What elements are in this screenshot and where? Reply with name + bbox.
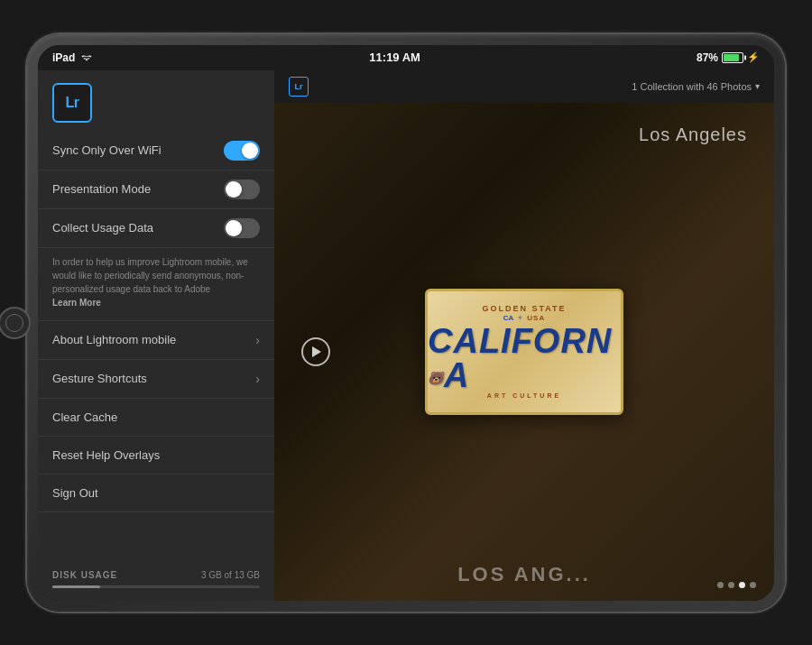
lr-small-badge: Lr <box>289 77 309 97</box>
play-icon <box>312 346 321 357</box>
license-plate: GOLDEN STATE CA ✦ USA CALIFORN🐻A ART CUL… <box>425 289 623 415</box>
menu-item-sign-out[interactable]: Sign Out <box>38 475 274 512</box>
presentation-mode-label: Presentation Mode <box>52 182 151 196</box>
photo-background: Los Angeles GOLDEN STATE CA ✦ USA CALI <box>274 103 774 601</box>
menu-item-reset-overlays[interactable]: Reset Help Overlays <box>38 437 274 475</box>
status-right: 87% ⚡ <box>697 51 760 64</box>
city-label: Los Angeles <box>639 124 747 145</box>
content-area: Lr 1 Collection with 46 Photos ▾ Los Ang… <box>274 70 774 601</box>
learn-more-link[interactable]: Learn More <box>52 298 101 308</box>
plate-golden-state: USA <box>527 314 545 322</box>
dot-3-active <box>739 582 745 588</box>
presentation-mode-toggle[interactable] <box>224 180 260 199</box>
charging-icon: ⚡ <box>747 51 760 63</box>
collection-arrow-icon: ▾ <box>755 81 760 91</box>
lr-logo: Lr <box>52 83 92 123</box>
plate-main-text: CALIFORN🐻A <box>428 324 621 392</box>
usage-note: In order to help us improve Lightroom mo… <box>38 248 274 321</box>
menu-item-about[interactable]: About Lightroom mobile › <box>38 321 274 360</box>
sync-wifi-toggle[interactable] <box>224 141 260 161</box>
presentation-mode-row: Presentation Mode <box>38 170 274 209</box>
battery-percent-label: 87% <box>697 51 718 64</box>
sync-wifi-label: Sync Only Over WiFi <box>52 143 161 157</box>
menu-item-about-label: About Lightroom mobile <box>52 333 176 346</box>
toggle-knob <box>226 220 242 236</box>
menu-item-gestures[interactable]: Gesture Shortcuts › <box>38 360 274 399</box>
plate-bottom-text: ART CULTURE <box>487 392 561 399</box>
device-frame: iPad 11:19 AM 87% ⚡ <box>27 34 785 612</box>
settings-panel: Lr Sync Only Over WiFi Presentation Mode <box>38 70 274 601</box>
los-angeles-bottom-label: LOS ANG... <box>457 563 591 586</box>
menu-item-clear-cache[interactable]: Clear Cache <box>38 399 274 437</box>
status-left: iPad <box>52 51 93 64</box>
sync-wifi-row: Sync Only Over WiFi <box>38 132 274 170</box>
main-content: Lr Sync Only Over WiFi Presentation Mode <box>38 70 774 601</box>
disk-usage-value: 3 GB of 13 GB <box>201 570 260 580</box>
home-button-inner <box>5 314 23 332</box>
battery-fill <box>724 54 739 61</box>
device-name-label: iPad <box>52 51 75 64</box>
lr-logo-text: Lr <box>66 95 79 111</box>
plate-state-row: CA ✦ USA <box>503 314 545 322</box>
battery-icon <box>722 52 743 63</box>
menu-item-clear-cache-label: Clear Cache <box>52 410 117 424</box>
disk-bar-fill <box>52 585 100 588</box>
status-bar: iPad 11:19 AM 87% ⚡ <box>38 45 774 70</box>
collect-usage-toggle[interactable] <box>224 218 260 238</box>
disk-bar-background <box>52 585 260 588</box>
dot-1 <box>717 582 724 588</box>
toggle-knob <box>242 143 258 159</box>
play-button[interactable] <box>301 337 330 366</box>
menu-item-gestures-label: Gesture Shortcuts <box>52 372 147 385</box>
menu-item-sign-out-label: Sign Out <box>52 486 98 500</box>
home-button[interactable] <box>0 307 31 339</box>
disk-usage-section: DISK USAGE 3 GB of 13 GB <box>38 557 274 601</box>
wifi-icon <box>80 53 93 62</box>
device-screen: iPad 11:19 AM 87% ⚡ <box>38 45 774 601</box>
plate-ca-abbr: CA <box>503 314 514 322</box>
chevron-right-icon: › <box>255 333 260 347</box>
plate-state-name: GOLDEN STATE <box>482 304 566 313</box>
disk-usage-header: DISK USAGE 3 GB of 13 GB <box>52 570 260 580</box>
disk-usage-label: DISK USAGE <box>52 570 117 580</box>
dot-indicators <box>717 582 756 588</box>
dot-4 <box>750 582 756 588</box>
menu-item-reset-overlays-label: Reset Help Overlays <box>52 448 160 462</box>
time-label: 11:19 AM <box>369 51 420 64</box>
chevron-right-icon: › <box>255 372 260 386</box>
lr-badge-text: Lr <box>295 82 303 91</box>
plate-separator: ✦ <box>517 314 523 322</box>
collection-info-row: 1 Collection with 46 Photos ▾ <box>632 81 760 92</box>
photo-area: Los Angeles GOLDEN STATE CA ✦ USA CALI <box>274 103 774 601</box>
collection-info-label: 1 Collection with 46 Photos <box>632 81 752 92</box>
license-plate-container: GOLDEN STATE CA ✦ USA CALIFORN🐻A ART CUL… <box>407 253 641 451</box>
collect-usage-label: Collect Usage Data <box>52 221 153 235</box>
toggle-knob <box>226 181 242 198</box>
usage-note-text: In order to help us improve Lightroom mo… <box>52 257 248 294</box>
dot-2 <box>728 582 734 588</box>
collect-usage-row: Collect Usage Data <box>38 209 274 248</box>
content-header: Lr 1 Collection with 46 Photos ▾ <box>274 70 774 103</box>
